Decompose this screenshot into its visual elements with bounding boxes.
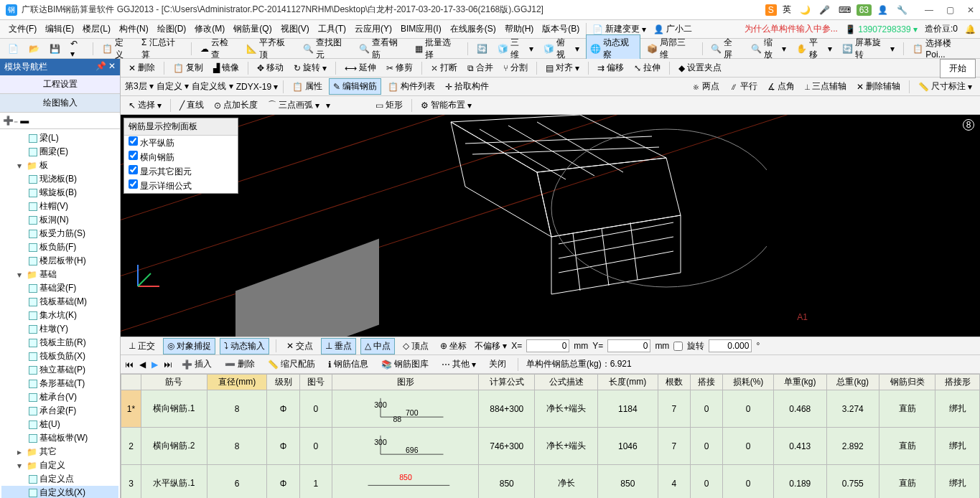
first-icon[interactable]: ⏮ [125,360,134,370]
trim-button[interactable]: ✂ 修剪 [383,60,416,75]
panel-tab-draw[interactable]: 绘图输入 [0,94,120,113]
save-icon[interactable]: 💾 [46,42,64,55]
mirror-button[interactable]: ▟ 镜像 [210,60,243,75]
tree-node[interactable]: 螺旋板(B) [1,186,118,199]
tree-node[interactable]: ▾📁 自定义 [1,459,118,472]
rebar-option[interactable]: 横向钢筋 [124,150,238,164]
tree-node[interactable]: 自定义点 [1,472,118,486]
menu-item[interactable]: 楼层(L) [78,22,115,35]
menu-item[interactable]: 版本号(B) [538,22,584,35]
grid-scale-button[interactable]: 📏 缩尺配筋 [264,357,319,372]
menu-item[interactable]: BIM应用(I) [396,22,446,35]
dim-button[interactable]: 📏 尺寸标注 ▾ [915,79,976,94]
grid-info-button[interactable]: ℹ 钢筋信息 [325,357,372,372]
table-row[interactable]: 3水平纵筋.16Φ1850850净长8504000.1890.755直筋绑扎 [121,465,980,499]
subcategory-select[interactable]: 自定义线 ▾ [192,80,233,93]
menu-item[interactable]: 云应用(Y) [350,22,396,35]
tree-node[interactable]: 承台梁(F) [1,404,118,418]
panel-tab-settings[interactable]: 工程设置 [0,75,120,94]
tree-node[interactable]: ▾📁 基础 [1,268,118,281]
tree-node[interactable]: 条形基础(T) [1,377,118,390]
menu-item[interactable]: 修改(M) [190,22,229,35]
pick-floor-button[interactable]: 📋 选择楼 Poi... [909,36,976,61]
screen-rotate-button[interactable]: 🔄 屏幕旋转 ▾ [839,35,898,62]
tree-expand-icon[interactable]: ➕₋ [3,116,18,126]
tree-node[interactable]: 桩(U) [1,418,118,431]
local-3d-button[interactable]: 📦 局部三维 [643,35,696,62]
osnap-button[interactable]: ◎ 对象捕捉 [163,338,215,354]
tree-node[interactable]: 集水坑(K) [1,309,118,322]
tree-node[interactable]: ▾📁 板 [1,159,118,172]
fullscreen-button[interactable]: 🔍 全屏 [707,35,744,62]
menu-item[interactable]: 帮助(H) [500,22,538,35]
tree-node[interactable]: 筏板基础(M) [1,295,118,309]
rotate-checkbox[interactable] [673,342,683,351]
pt-angle-button[interactable]: ∡ 点角 [764,79,798,94]
break-button[interactable]: ⤫ 打断 [427,60,461,75]
undo-icon[interactable]: ↶ ▾ [67,37,88,60]
menu-item[interactable]: 编辑(E) [41,22,78,35]
tree-node[interactable]: ▸📁 其它 [1,445,118,459]
next-icon[interactable]: ⏭ [164,360,172,370]
cross-button[interactable]: ✕ 交点 [283,339,317,354]
minimize-button[interactable]: — [925,5,933,15]
rotate-input[interactable] [709,339,752,352]
coord-button[interactable]: ⊕ 坐标 [437,339,470,354]
grid-delete-button[interactable]: ➖ 删除 [221,357,258,372]
define-button[interactable]: 📋 定义 [98,35,135,62]
sync-icon[interactable]: 🔄 [473,42,491,55]
edit-rebar-button[interactable]: ✎ 编辑钢筋 [329,78,381,95]
look-button[interactable]: 🧊 俯视 ▾ [540,35,583,62]
tree-node[interactable]: 筏板主筋(R) [1,336,118,349]
tree-node[interactable]: 板受力筋(S) [1,227,118,240]
tree-node[interactable]: 柱墩(Y) [1,322,118,336]
open-icon[interactable]: 📂 [25,42,43,55]
menu-item[interactable]: 构件(N) [115,22,153,35]
smart-button[interactable]: ⚙ 智能布置 ▾ [417,98,475,113]
rect-button[interactable]: ▭ 矩形 [372,98,406,113]
find-elem-button[interactable]: 🔍 查找图元 [299,35,353,62]
top-button[interactable]: ◇ 顶点 [399,339,432,354]
prev-icon[interactable]: ◀ [139,360,146,370]
phone-label[interactable]: 📱 13907298339 ▾ [845,24,918,34]
code-select[interactable]: ZDYX-19 ▾ [236,82,279,92]
props-button[interactable]: 📋 属性 [289,79,326,94]
menu-item[interactable]: 钢筋量(Q) [229,22,276,35]
extend-button[interactable]: ⟷ 延伸 [341,60,380,75]
offset-button[interactable]: ⇉ 偏移 [594,60,627,75]
tree-node[interactable]: 独立基础(P) [1,363,118,377]
grid-insert-button[interactable]: ➕ 插入 [178,357,215,372]
tree-node[interactable]: 楼层板带(H) [1,254,118,268]
tree-node[interactable]: 梁(L) [1,131,118,145]
draw-combo[interactable]: ▾ [326,100,369,111]
dyn-input-button[interactable]: ⤵ 动态输入 [220,338,269,354]
tree-node[interactable]: 基础板带(W) [1,431,118,445]
split-button[interactable]: ⑂ 分割 [500,60,531,75]
del-axis-button[interactable]: ✕ 删除辅轴 [853,79,904,94]
menu-item[interactable]: 视图(V) [276,22,314,35]
view-rebar-button[interactable]: 🔍 查看钢筋 [355,35,409,62]
grid-close-button[interactable]: 关闭 [485,357,510,372]
offset-select[interactable]: 不偏移 ▾ [475,340,507,352]
batch-select-button[interactable]: ▦ 批量选择 [411,35,462,62]
tree-node[interactable]: 筏板负筋(X) [1,349,118,363]
viewport-3d[interactable]: 钢筋显示控制面板 水平纵筋 横向钢筋 显示其它图元 显示详细公式 [121,115,980,337]
move-button[interactable]: ✥ 移动 [253,60,287,75]
cloud-check-button[interactable]: ☁ 云检查 [197,35,240,62]
copy-button[interactable]: 📋 复制 [169,60,207,75]
new-icon[interactable]: 📄 [4,42,22,55]
x-input[interactable] [526,339,569,352]
tree-node[interactable]: 圈梁(E) [1,145,118,159]
close-button[interactable]: ✕ [967,5,974,15]
component-tree[interactable]: 梁(L) 圈梁(E)▾📁 板 现浇板(B) 螺旋板(B) 柱帽(V) 板洞(N)… [0,129,120,498]
mid-button[interactable]: △ 中点 [360,338,395,354]
rebar-option[interactable]: 显示其它图元 [124,164,238,179]
table-row[interactable]: 1*横向钢筋.18Φ030070088884+300净长+端头11847000.… [121,390,980,428]
start-button[interactable]: 开始 [940,59,976,78]
grid-lib-button[interactable]: 📚 钢筋图库 [378,357,432,372]
pan-button[interactable]: ✋ 平移 ▾ [793,35,836,62]
tree-node[interactable]: 桩承台(V) [1,390,118,404]
pedal-button[interactable]: ⊥ 垂点 [321,338,356,354]
category-select[interactable]: 自定义 ▾ [157,80,189,93]
select-button[interactable]: ↖ 选择 ▾ [125,98,165,113]
